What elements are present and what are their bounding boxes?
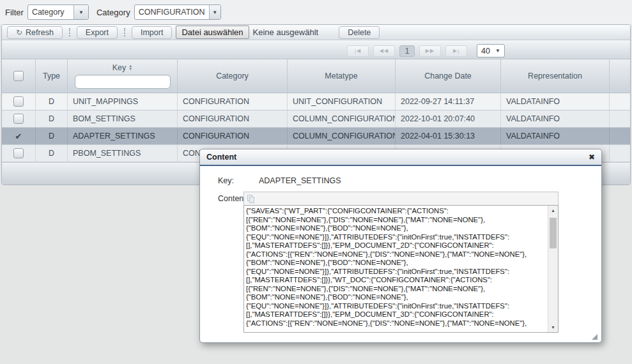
cell-key: PBOM_SETTINGS (68, 145, 178, 162)
row-checkbox-checked[interactable]: ✔ (13, 131, 24, 141)
delete-button[interactable]: Delete (339, 26, 380, 39)
scrollbar-track[interactable] (548, 215, 558, 322)
content-toolbar (243, 192, 559, 205)
cell-metatype: UNIT_CONFIGURATION (288, 93, 396, 110)
paginator-next-button[interactable]: ▶▶ (419, 45, 441, 57)
cell-type: D (36, 128, 68, 144)
key-value: ADAPTER_SETTINGS (259, 176, 341, 185)
close-icon[interactable]: ✖ (589, 153, 595, 162)
cell-change-date: 2022-09-27 14:11:37 (396, 93, 501, 110)
column-header-type[interactable]: Type (36, 59, 68, 93)
category-select[interactable]: CONFIGURATION ▼ (134, 4, 221, 20)
dropdown-arrow-icon: ▼ (212, 10, 217, 15)
paginator-prev-button[interactable]: ◀◀ (373, 45, 395, 57)
cell-key: ADAPTER_SETTINGS (68, 128, 178, 144)
refresh-button[interactable]: ↻ Refresh (7, 26, 63, 39)
filter-type-select[interactable]: Category ▼ (27, 4, 89, 20)
paginator-first-button[interactable]: |◀ (347, 45, 369, 57)
cell-representation: VALDATAINFO (501, 93, 610, 110)
content-json-text[interactable]: {"SAVEAS":{"WT_PART":{"CONFIGCONTAINER":… (244, 206, 548, 332)
cell-type: D (36, 93, 68, 110)
filter-type-value: Category (28, 5, 73, 19)
cell-key: BOM_SETTINGS (68, 110, 178, 127)
dropdown-arrow-icon: ▼ (79, 10, 84, 15)
toolbar-separator (69, 28, 70, 36)
filter-type-dropdown-button[interactable]: ▼ (73, 5, 88, 19)
rows-per-page-value: 40 (481, 47, 490, 56)
key-label: Key: (218, 176, 234, 185)
choose-file-button-label: Datei auswählen (181, 27, 243, 37)
cell-change-date: 2022-04-01 15:30:13 (396, 128, 501, 144)
scroll-up-icon[interactable]: ▲ (548, 206, 558, 215)
refresh-icon: ↻ (16, 28, 22, 37)
dialog-title: Content (206, 153, 236, 162)
scrollbar-thumb[interactable] (550, 218, 557, 248)
export-button[interactable]: Export (77, 26, 118, 39)
paginator: |◀ ◀◀ 1 ▶▶ ▶| 40 ▼ (2, 40, 630, 59)
content-textarea[interactable]: {"SAVEAS":{"WT_PART":{"CONFIGCONTAINER":… (243, 205, 559, 333)
column-header-change-date[interactable]: Change Date (396, 59, 501, 93)
dialog-resize-handle[interactable] (592, 334, 597, 340)
toolbar-separator (124, 28, 125, 36)
paginator-page-button[interactable]: 1 (399, 45, 415, 57)
table-row[interactable]: D UNIT_MAPPINGS CONFIGURATION UNIT_CONFI… (2, 93, 630, 110)
cell-category: CONFIGURATION (178, 93, 288, 110)
category-dropdown-button[interactable]: ▼ (209, 5, 220, 19)
column-header-metatype[interactable]: Metatype (288, 59, 396, 93)
filter-label: Filter (5, 8, 24, 17)
cell-representation: VALDATAINFO (501, 128, 610, 144)
rows-per-page-select[interactable]: 40 ▼ (477, 44, 505, 57)
export-button-label: Export (86, 28, 109, 37)
scroll-down-icon[interactable]: ▼ (548, 322, 558, 332)
content-scrollbar[interactable]: ▲ ▼ (548, 206, 558, 332)
delete-button-label: Delete (348, 28, 371, 37)
content-dialog: Content ✖ Key: ADAPTER_SETTINGS Content:… (199, 149, 602, 343)
cell-key: UNIT_MAPPINGS (68, 93, 178, 110)
column-header-key[interactable]: Key ▲▼ (68, 59, 178, 93)
cell-metatype: COLUMN_CONFIGURATION (288, 128, 396, 144)
paginator-last-button[interactable]: ▶| (445, 45, 467, 57)
select-all-checkbox[interactable] (13, 71, 24, 81)
category-value: CONFIGURATION (135, 5, 209, 19)
import-button-label: Import (141, 28, 163, 37)
row-checkbox[interactable] (13, 148, 24, 158)
row-checkbox[interactable] (13, 114, 24, 124)
refresh-button-label: Refresh (26, 28, 54, 37)
cell-change-date: 2022-10-01 20:07:40 (396, 110, 501, 127)
cell-type: D (36, 110, 68, 127)
filter-bar: Filter Category ▼ Category CONFIGURATION… (0, 0, 632, 24)
panel-toolbar: ↻ Refresh Export Import Datei auswählen … (2, 25, 630, 40)
cell-representation: VALDATAINFO (501, 110, 610, 127)
dialog-titlebar[interactable]: Content ✖ (200, 149, 601, 166)
row-checkbox[interactable] (13, 96, 24, 107)
cell-category: CONFIGURATION (178, 110, 288, 127)
cell-type: D (36, 145, 68, 162)
table-row-selected[interactable]: ✔ D ADAPTER_SETTINGS CONFIGURATION COLUM… (2, 128, 630, 145)
file-status-text: Keine ausgewählt (253, 27, 319, 37)
cell-metatype: COLUMN_CONFIGURATION (288, 110, 396, 127)
cell-category: CONFIGURATION (178, 128, 288, 144)
table-row[interactable]: D BOM_SETTINGS CONFIGURATION COLUMN_CONF… (2, 110, 630, 128)
import-button[interactable]: Import (132, 26, 172, 39)
column-header-category[interactable]: Category (178, 59, 288, 93)
table-header: Type Key ▲▼ Category Metatype Change Dat… (2, 59, 630, 93)
choose-file-button[interactable]: Datei auswählen (176, 26, 249, 39)
key-filter-input[interactable] (75, 75, 171, 89)
column-header-representation[interactable]: Representation (501, 59, 610, 93)
copy-icon[interactable] (247, 195, 254, 203)
select-chevron-icon: ▼ (495, 48, 500, 54)
sort-icon[interactable]: ▲▼ (128, 64, 132, 71)
category-label: Category (96, 8, 130, 17)
